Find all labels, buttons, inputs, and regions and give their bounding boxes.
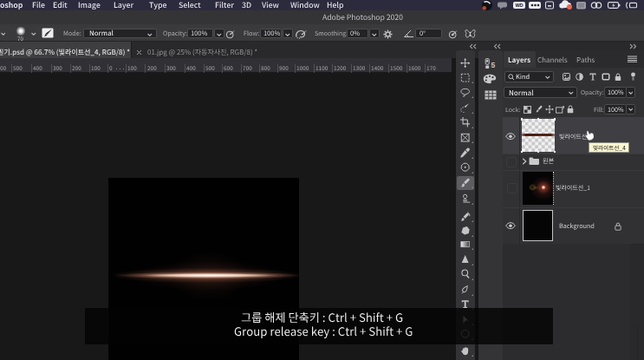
svg-text:5: 5 (491, 60, 496, 69)
svg-text:WD: WD (515, 3, 523, 8)
